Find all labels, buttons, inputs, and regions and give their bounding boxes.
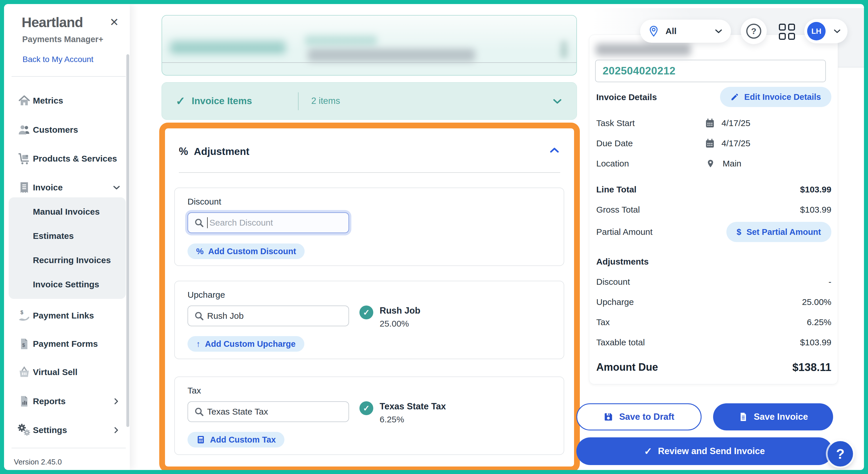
sidebar-item-label: Reports	[33, 397, 65, 406]
gross-total-label: Gross Total	[596, 205, 640, 215]
upcharge-card: Upcharge Rush Job ✓ Rush Job 25.00% ↑ Ad…	[174, 281, 564, 359]
apps-grid-icon[interactable]	[779, 24, 795, 40]
add-custom-upcharge-button[interactable]: ↑ Add Custom Upcharge	[187, 336, 304, 352]
product-name: Payments Manager+	[22, 35, 103, 44]
add-custom-discount-button[interactable]: % Add Custom Discount	[187, 244, 305, 259]
help-fab[interactable]: ?	[828, 441, 853, 467]
sidebar-item-payment-forms[interactable]: $ Payment Forms	[4, 330, 130, 358]
gross-total-value: $103.99	[800, 205, 831, 215]
tax-label: Tax	[187, 386, 201, 396]
location-value: All	[665, 26, 677, 36]
tax-row: Tax 6.25%	[596, 315, 831, 329]
save-invoice-button[interactable]: Save Invoice	[713, 403, 833, 431]
location-label: Location	[596, 159, 629, 168]
sidebar-item-virtual-sell[interactable]: Virtual Sell	[4, 358, 130, 386]
check-circle-icon: ✓	[360, 306, 373, 319]
sidebar-item-invoice-settings[interactable]: Invoice Settings	[9, 272, 126, 296]
discount-label: Discount	[187, 197, 221, 207]
chevron-up-icon[interactable]	[548, 144, 561, 157]
sidebar-item-label: Settings	[33, 425, 67, 435]
chevron-down-icon[interactable]	[551, 95, 564, 108]
help-button[interactable]: ?	[741, 18, 767, 44]
button-label: Edit Invoice Details	[744, 92, 821, 102]
calendar-icon[interactable]	[705, 118, 715, 128]
amount-due-value: $138.11	[793, 361, 831, 374]
tax-search-input[interactable]: Texas State Tax	[187, 401, 349, 422]
invoice-items-section[interactable]: ✓ Invoice Items 2 items	[161, 82, 577, 120]
location-selector[interactable]: All	[640, 20, 731, 43]
blurred-text	[308, 49, 475, 62]
users-icon	[17, 122, 32, 137]
invoice-items-count: 2 items	[311, 96, 340, 106]
report-icon	[17, 394, 32, 409]
line-total-label: Line Total	[596, 185, 637, 194]
set-partial-amount-button[interactable]: $ Set Partial Amount	[726, 222, 832, 242]
save-to-draft-button[interactable]: Save to Draft	[576, 403, 702, 431]
calculator-icon	[196, 435, 206, 444]
sidebar-item-label: Customers	[33, 125, 78, 135]
discount-value: -	[829, 277, 831, 287]
selected-upcharge-rate: 25.00%	[380, 317, 420, 330]
vertical-divider	[298, 92, 299, 110]
back-to-account-link[interactable]: Back to My Account	[23, 55, 93, 64]
selected-tax-name: Texas State Tax	[380, 400, 446, 413]
adjustments-heading-row: Adjustments	[596, 255, 831, 268]
calendar-icon[interactable]	[705, 138, 715, 149]
invoice-doc-icon	[738, 412, 748, 422]
sidebar-item-label: Products & Services	[33, 154, 117, 164]
version-label: Version 2.45.0	[14, 457, 62, 467]
button-label: Save Invoice	[754, 412, 808, 422]
sidebar-close-icon[interactable]: ✕	[110, 17, 119, 28]
section-divider	[162, 62, 576, 63]
arrow-up-icon: ↑	[196, 339, 200, 349]
gears-icon	[17, 423, 32, 438]
review-and-send-button[interactable]: ✓ Review and Send Invoice	[576, 437, 833, 465]
selected-upcharge-name: Rush Job	[380, 304, 420, 317]
sidebar-item-label: Virtual Sell	[33, 367, 78, 377]
discount-card: Discount Search Discount % Add Custom Di…	[174, 188, 564, 266]
customer-details-section[interactable]	[161, 15, 577, 75]
cart-icon	[17, 151, 32, 166]
edit-invoice-details-button[interactable]: Edit Invoice Details	[720, 87, 831, 107]
sidebar: Heartland ✕ Payments Manager+ Back to My…	[4, 4, 130, 470]
line-total-row: Line Total $103.99	[596, 183, 831, 196]
adjustments-heading: Adjustments	[596, 257, 649, 266]
button-label: Add Custom Tax	[210, 435, 276, 445]
add-custom-tax-button[interactable]: Add Custom Tax	[187, 432, 284, 447]
sidebar-item-settings[interactable]: Settings	[4, 416, 130, 444]
sidebar-item-estimates[interactable]: Estimates	[9, 224, 126, 248]
sidebar-scrollbar[interactable]	[126, 54, 129, 427]
due-date-row: Due Date 4/17/25	[596, 136, 831, 150]
sidebar-item-manual-invoices[interactable]: Manual Invoices	[9, 200, 126, 224]
line-total-value: $103.99	[800, 185, 831, 194]
sidebar-item-payment-links[interactable]: $ Payment Links	[4, 302, 130, 329]
check-circle-icon: ✓	[360, 401, 373, 415]
top-fade-overlay	[162, 15, 576, 50]
selected-upcharge[interactable]: ✓ Rush Job 25.00%	[360, 304, 420, 330]
location-row: Location Main	[596, 157, 831, 170]
dollar-icon: $	[737, 227, 741, 237]
due-date-value: 4/17/25	[721, 138, 750, 148]
sidebar-item-products-services[interactable]: Products & Services	[4, 145, 130, 172]
button-label: Save to Draft	[619, 412, 674, 422]
user-menu[interactable]: LH	[804, 19, 847, 43]
discount-search-input[interactable]: Search Discount	[187, 212, 349, 233]
sidebar-item-recurring-invoices[interactable]: Recurring Invoices	[9, 248, 126, 272]
tax-value: 6.25%	[807, 317, 831, 327]
upcharge-search-input[interactable]: Rush Job	[187, 306, 349, 326]
selected-tax[interactable]: ✓ Texas State Tax 6.25%	[360, 400, 446, 425]
partial-amount-row: Partial Amount $ Set Partial Amount	[596, 222, 831, 242]
discount-label: Discount	[596, 277, 630, 287]
sidebar-item-metrics[interactable]: Metrics	[4, 87, 130, 115]
blurred-field-label	[596, 43, 691, 56]
brand-logo: Heartland	[22, 14, 83, 30]
sidebar-item-reports[interactable]: Reports	[4, 387, 130, 415]
invoice-number-field[interactable]: 202504020212	[595, 60, 826, 82]
sidebar-item-label: Invoice	[33, 183, 63, 192]
button-label: Add Custom Discount	[208, 247, 296, 256]
chevron-down-icon[interactable]	[111, 182, 122, 193]
invoice-number: 202504020212	[602, 65, 676, 77]
gross-total-row: Gross Total $103.99	[596, 203, 831, 217]
sidebar-item-customers[interactable]: Customers	[4, 116, 130, 144]
location-pin-icon	[648, 25, 660, 37]
